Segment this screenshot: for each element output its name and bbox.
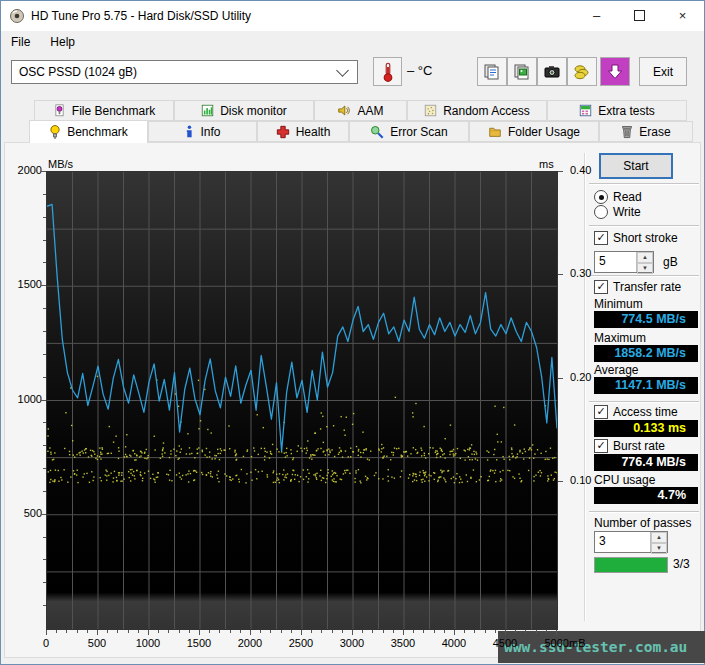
progress-count: 3/3 (673, 557, 690, 571)
tab-aam[interactable]: AAM (314, 100, 407, 121)
separator (589, 225, 699, 227)
close-icon: × (679, 8, 687, 23)
tab-info[interactable]: Info (148, 121, 257, 142)
health-cross-icon (276, 125, 290, 139)
spin-up-icon: ▲ (637, 252, 653, 263)
camera-icon (543, 63, 561, 81)
info-icon (184, 125, 194, 139)
watermark-banner: www.ssd-tester.com.au (498, 631, 705, 663)
menu-help[interactable]: Help (40, 31, 85, 53)
tab-extra-tests[interactable]: Extra tests (547, 100, 687, 121)
tab-error-scan[interactable]: Error Scan (349, 121, 469, 142)
trash-icon (621, 125, 633, 139)
pass-progress-bar (594, 557, 668, 573)
exit-button[interactable]: Exit (639, 57, 687, 86)
extra-tests-icon (579, 104, 592, 117)
maximum-value: 1858.2 MB/s (594, 345, 698, 362)
read-radio[interactable]: Read (594, 190, 642, 204)
toolbar: OSC PSSD (1024 gB) – °C (1, 53, 704, 93)
coins-icon (573, 63, 591, 81)
tab-health[interactable]: Health (257, 121, 349, 142)
access-time-value: 0.133 ms (594, 420, 698, 437)
cpu-usage-value: 4.7% (594, 487, 698, 504)
file-benchmark-icon (53, 104, 66, 117)
watermark-text: www.ssd-tester.com.au (498, 639, 687, 655)
download-arrow-icon (606, 63, 624, 81)
tab-benchmark[interactable]: Benchmark (29, 120, 148, 143)
maximum-label: Maximum (594, 331, 646, 345)
screenshot-button[interactable] (537, 57, 567, 86)
short-stroke-size-spinner[interactable]: 5 ▲▼ (594, 251, 654, 273)
benchmark-chart (46, 171, 558, 630)
title-bar: HD Tune Pro 5.75 - Hard Disk/SSD Utility… (1, 1, 704, 31)
random-access-icon (424, 104, 437, 117)
radio-selected-icon (594, 190, 608, 204)
download-button[interactable] (600, 57, 630, 86)
spin-down-icon: ▼ (651, 543, 667, 554)
tab-random-access[interactable]: Random Access (407, 100, 547, 121)
minimum-label: Minimum (594, 297, 643, 311)
start-button[interactable]: Start (599, 153, 673, 179)
copy-image-icon (513, 63, 531, 81)
panel-separator-vertical (584, 153, 586, 621)
checkbox-checked-icon (594, 439, 608, 453)
drive-select-dropdown[interactable]: OSC PSSD (1024 gB) (11, 60, 358, 84)
separator (589, 401, 699, 403)
disk-monitor-icon (201, 104, 214, 117)
minimize-icon: – (593, 8, 600, 23)
short-stroke-checkbox[interactable]: Short stroke (594, 231, 678, 245)
separator (589, 511, 699, 513)
thermometer-icon (379, 62, 397, 82)
spin-up-icon: ▲ (651, 532, 667, 543)
menu-bar: File Help (1, 31, 704, 53)
access-time-checkbox[interactable]: Access time (594, 405, 678, 419)
radio-unselected-icon (594, 205, 608, 219)
chart-canvas (47, 172, 557, 629)
minimize-button[interactable]: – (575, 1, 618, 30)
tab-disk-monitor[interactable]: Disk monitor (174, 100, 314, 121)
chevron-down-icon (336, 64, 349, 77)
temperature-button[interactable] (373, 57, 402, 86)
app-window: HD Tune Pro 5.75 - Hard Disk/SSD Utility… (0, 0, 705, 665)
checkbox-checked-icon (594, 405, 608, 419)
spinner-arrows[interactable]: ▲▼ (650, 532, 667, 552)
app-icon (9, 8, 25, 24)
drive-select-value: OSC PSSD (1024 gB) (12, 65, 338, 79)
minimum-value: 774.5 MB/s (594, 311, 698, 328)
tab-erase[interactable]: Erase (599, 121, 693, 142)
average-label: Average (594, 363, 638, 377)
write-radio[interactable]: Write (594, 205, 641, 219)
passes-label: Number of passes (594, 516, 691, 530)
copy-text-button[interactable] (477, 57, 507, 86)
separator (589, 183, 699, 185)
separator (589, 275, 699, 277)
transfer-rate-checkbox[interactable]: Transfer rate (594, 280, 681, 294)
burst-rate-value: 776.4 MB/s (594, 454, 698, 471)
burst-rate-checkbox[interactable]: Burst rate (594, 439, 665, 453)
spinner-arrows[interactable]: ▲▼ (636, 252, 653, 272)
window-title: HD Tune Pro 5.75 - Hard Disk/SSD Utility (31, 9, 251, 23)
average-value: 1147.1 MB/s (594, 377, 698, 394)
speaker-icon (337, 104, 351, 117)
copy-image-button[interactable] (507, 57, 537, 86)
menu-file[interactable]: File (1, 31, 40, 53)
maximize-button[interactable] (618, 1, 661, 30)
tab-folder-usage[interactable]: Folder Usage (469, 121, 599, 142)
close-button[interactable]: × (661, 1, 704, 30)
tab-file-benchmark[interactable]: File Benchmark (34, 100, 174, 121)
magnifier-icon (370, 125, 384, 139)
copy-text-icon (483, 63, 501, 81)
folder-icon (488, 125, 502, 138)
maximize-icon (634, 10, 645, 21)
checkbox-checked-icon (594, 280, 608, 294)
size-unit-label: gB (663, 255, 678, 269)
spin-down-icon: ▼ (637, 263, 653, 274)
cpu-usage-label: CPU usage (594, 473, 655, 487)
donate-button[interactable] (567, 57, 597, 86)
checkbox-checked-icon (594, 231, 608, 245)
progress-fill (595, 558, 667, 572)
temperature-readout: – °C (407, 63, 432, 78)
benchmark-lightbulb-icon (49, 125, 61, 140)
passes-spinner[interactable]: 3 ▲▼ (594, 531, 668, 553)
